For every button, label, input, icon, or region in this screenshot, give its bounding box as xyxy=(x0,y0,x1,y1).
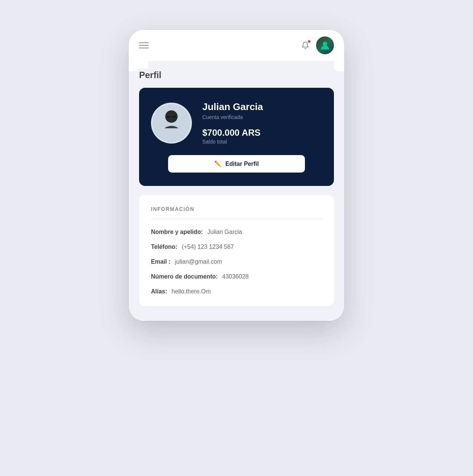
profile-balance-label: Saldo total xyxy=(202,139,322,145)
svg-rect-6 xyxy=(173,116,176,118)
profile-info: Julian Garcia Cuenta verificada $700.000… xyxy=(202,101,322,145)
main-content: Perfil xyxy=(129,70,344,321)
user-avatar-button[interactable] xyxy=(316,36,334,54)
info-row-document: Número de documento: 43036028 xyxy=(151,273,322,280)
profile-card: Julian Garcia Cuenta verificada $700.000… xyxy=(139,88,334,186)
info-label-email: Email : xyxy=(151,258,170,265)
top-bar xyxy=(129,30,344,61)
top-bar-wrapper xyxy=(129,30,344,61)
page-title: Perfil xyxy=(139,70,334,80)
information-section-title: INFORMACIÓN xyxy=(151,206,322,212)
profile-top-section: Julian Garcia Cuenta verificada $700.000… xyxy=(151,101,322,145)
corner-right-decoration xyxy=(334,61,344,71)
edit-profile-button[interactable]: ✏️ Editar Perfil xyxy=(168,155,305,173)
profile-balance: $700.000 ARS xyxy=(202,128,322,138)
info-label-alias: Alias: xyxy=(151,288,167,295)
info-label-name: Nombre y apelido: xyxy=(151,229,203,235)
info-value-email: julian@gmail.com xyxy=(175,258,222,265)
edit-icon: ✏️ xyxy=(214,160,222,167)
profile-avatar xyxy=(151,103,192,144)
profile-verified-label: Cuenta verificada xyxy=(202,114,322,120)
device-frame: Perfil xyxy=(129,30,344,321)
info-row-email: Email : julian@gmail.com xyxy=(151,258,322,265)
info-value-phone: (+54) 123 1234 567 xyxy=(182,244,234,250)
svg-rect-8 xyxy=(152,128,190,142)
info-value-document: 43036028 xyxy=(222,273,249,280)
info-row-alias: Alias: hello.there.Om xyxy=(151,288,322,295)
info-label-phone: Teléfono: xyxy=(151,244,177,250)
notification-badge xyxy=(308,40,311,43)
svg-rect-5 xyxy=(167,116,170,118)
profile-name: Julian Garcia xyxy=(202,101,322,113)
info-row-phone: Teléfono: (+54) 123 1234 567 xyxy=(151,244,322,250)
corner-left-decoration xyxy=(129,61,139,71)
info-label-document: Número de documento: xyxy=(151,273,218,280)
notifications-button[interactable] xyxy=(300,41,310,50)
top-right-controls xyxy=(300,36,334,54)
info-row-name: Nombre y apelido: Julian Garcia xyxy=(151,229,322,235)
avatar-image xyxy=(316,36,334,54)
info-value-name: Julian Garcia xyxy=(207,229,242,235)
info-value-alias: hello.there.Om xyxy=(172,288,211,295)
info-divider xyxy=(151,219,322,220)
svg-point-0 xyxy=(323,42,327,46)
hamburger-menu-button[interactable] xyxy=(139,42,149,48)
edit-profile-button-label: Editar Perfil xyxy=(225,161,259,167)
information-card: INFORMACIÓN Nombre y apelido: Julian Gar… xyxy=(139,195,334,306)
profile-photo-svg xyxy=(152,103,190,144)
avatar-svg xyxy=(320,40,330,51)
